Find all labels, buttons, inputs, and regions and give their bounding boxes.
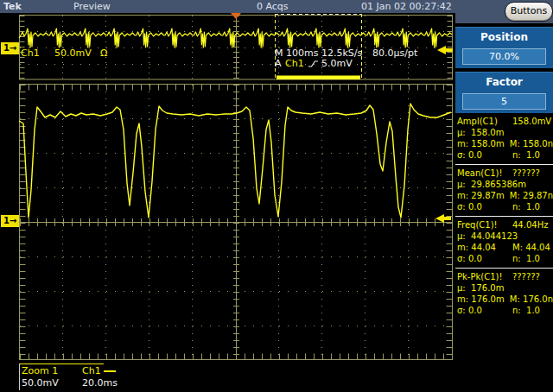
measurement-row: m: 29.87mM: 29.87n <box>455 190 553 201</box>
main-graticule <box>20 85 453 360</box>
trigger-mode: A <box>275 58 282 69</box>
zoom-horizontal-scale: 20.0ms <box>82 377 118 389</box>
measurement-section-4: Pk-Pk(C1)!??????µ: 176.0mm: 176.0mM: 176… <box>455 271 553 316</box>
zoom-channel-label: Ch1 <box>82 365 101 376</box>
measurement-sigma: σ: 0.0 <box>457 305 512 316</box>
measurement-value: ?????? <box>512 168 553 179</box>
oscilloscope-screen: Tek Preview 0 Acqs 01 Jan 02 00:27:42 Bu… <box>0 0 553 392</box>
measurement-count: n: 1.0 <box>512 305 553 316</box>
measurement-value: 44.04Hz <box>512 219 553 231</box>
measurement-name: Mean(C1)! <box>457 168 512 179</box>
measurement-sigma: σ: 0.0 <box>457 149 512 161</box>
measurement-name: Ampl(C1) <box>457 116 512 127</box>
position-panel: Position 70.0% <box>455 27 553 68</box>
measurement-row: µ: 158.0m <box>455 127 553 138</box>
measurement-row: m: 158.0mM: 158.0n <box>455 138 553 149</box>
zoom-region-bar[interactable] <box>276 76 360 80</box>
channel1-overview-marker[interactable]: 1→ <box>1 42 19 54</box>
measurement-separator <box>455 164 553 165</box>
factor-value-field[interactable]: 5 <box>462 93 546 110</box>
trigger-level: 5.0mV <box>321 58 353 69</box>
measurement-row: Ampl(C1)158.0mV <box>455 116 553 127</box>
measurement-mean: µ: 158.0m <box>457 127 512 138</box>
measurement-row: σ: 0.0n: 1.0 <box>455 253 553 264</box>
measurement-section-2: Mean(C1)!??????µ: 29.865386mm: 29.87mM: … <box>455 168 553 212</box>
measurement-row: m: 44.04M: 44.04 <box>455 242 553 253</box>
position-panel-title: Position <box>455 31 553 43</box>
measurement-row: m: 176.0mM: 176.0n <box>455 294 553 305</box>
measurement-mean: µ: 44.044123 <box>457 231 512 242</box>
factor-panel-title: Factor <box>455 76 553 88</box>
measurement-separator <box>455 216 553 217</box>
measurement-min: m: 176.0m <box>457 294 510 305</box>
measurement-separator <box>455 268 553 269</box>
resolution: 80.0µs/pt <box>372 47 417 59</box>
measurement-max: M: 158.0n <box>510 138 553 149</box>
measurement-row: Freq(C1)!44.04Hz <box>455 219 553 231</box>
zoom-readout-topline <box>19 364 104 364</box>
trigger-source: Ch1 <box>285 58 304 69</box>
trigger-slope-rising-icon <box>308 60 318 68</box>
main-right-arrow-icon <box>435 214 451 223</box>
measurement-row: µ: 44.044123 <box>455 231 553 242</box>
measurement-count: n: 1.0 <box>512 201 553 212</box>
measurement-row: Mean(C1)!?????? <box>455 168 553 179</box>
channel1-main-marker[interactable]: 1→ <box>1 215 19 227</box>
measurement-row: σ: 0.0n: 1.0 <box>455 149 553 161</box>
buttons-button[interactable]: Buttons <box>505 2 553 22</box>
measurement-max: M: 176.0n <box>510 294 553 305</box>
factor-panel: Factor 5 <box>455 72 553 113</box>
zoom-region-indicator <box>275 14 362 79</box>
measurement-count: n: 1.0 <box>512 149 553 161</box>
measurements: Ampl(C1)158.0mVµ: 158.0mm: 158.0mM: 158.… <box>455 116 553 316</box>
measurement-row: σ: 0.0n: 1.0 <box>455 305 553 316</box>
measurement-section-1: Ampl(C1)158.0mVµ: 158.0mm: 158.0mM: 158.… <box>455 116 553 161</box>
measurement-row: µ: 176.0m <box>455 282 553 294</box>
measurement-row: µ: 29.865386m <box>455 179 553 190</box>
measurement-name: Pk-Pk(C1)! <box>457 271 512 282</box>
measurement-sigma: σ: 0.0 <box>457 201 512 212</box>
zoom-vertical-scale: 50.0mV <box>22 377 59 389</box>
measurement-row: σ: 0.0n: 1.0 <box>455 201 553 212</box>
zoom-title: Zoom 1 <box>22 365 58 376</box>
datetime-label: 01 Jan 02 00:27:42 <box>361 1 452 12</box>
measurement-sigma: σ: 0.0 <box>457 253 512 264</box>
measurement-max: M: 29.87n <box>510 190 553 201</box>
brand-logo: Tek <box>3 1 22 12</box>
acquisition-mode-label: Preview <box>73 1 111 12</box>
measurement-max: M: 44.04 <box>512 242 553 253</box>
main-waveform <box>19 104 451 218</box>
measurement-min: m: 44.04 <box>457 242 512 253</box>
measurement-mean: µ: 176.0m <box>457 282 512 294</box>
measurement-value: 158.0mV <box>512 116 553 127</box>
measurement-mean: µ: 29.865386m <box>457 179 512 190</box>
measurement-value: ?????? <box>512 271 553 282</box>
measurement-count: n: 1.0 <box>512 253 553 264</box>
zoom-readout-leftline <box>19 364 20 390</box>
measurement-name: Freq(C1)! <box>457 219 512 231</box>
measurement-min: m: 158.0m <box>457 138 510 149</box>
acquisition-count: 0 Acqs <box>257 1 289 12</box>
position-value-field[interactable]: 70.0% <box>462 48 546 65</box>
trigger-position-icon <box>231 13 241 19</box>
overview-right-arrow-icon <box>437 46 453 54</box>
measurement-section-3: Freq(C1)!44.04Hzµ: 44.044123m: 44.04M: 4… <box>455 219 553 264</box>
ch1-scale: 50.0mV <box>54 47 92 59</box>
overview-waveform <box>19 28 452 47</box>
measurement-row: Pk-Pk(C1)!?????? <box>455 271 553 282</box>
measurement-min: m: 29.87m <box>457 190 510 201</box>
trace-style-icon <box>104 370 116 372</box>
ch1-label: Ch1 <box>21 47 40 59</box>
ch1-coupling-icon: Ω <box>100 47 107 59</box>
